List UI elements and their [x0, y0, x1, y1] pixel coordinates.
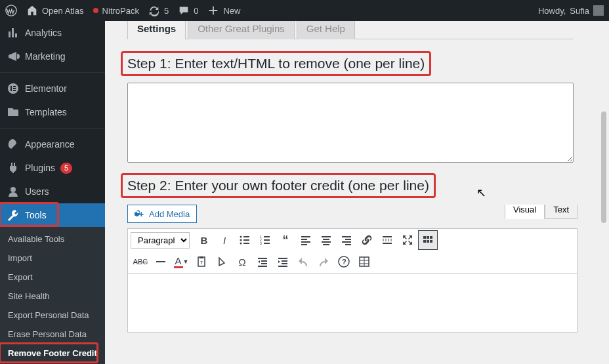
help-button[interactable]: ?	[334, 252, 354, 272]
svg-rect-20	[301, 239, 307, 240]
menu-templates-label: Templates	[25, 107, 67, 117]
editor-tab-text[interactable]: Text	[545, 205, 578, 219]
menu-elementor[interactable]: Elementor	[0, 72, 105, 100]
plugins-badge: 5	[60, 163, 72, 174]
menu-plugins-label: Plugins	[25, 163, 55, 173]
submenu-available-tools[interactable]: Available Tools	[0, 230, 105, 249]
editor-toolbar: Paragraph B I 123 “ ABC A ▼ T Ω ?	[127, 228, 578, 273]
bold-button[interactable]: B	[194, 230, 214, 250]
menu-marketing-label: Marketing	[25, 51, 65, 62]
link-button[interactable]	[357, 230, 377, 250]
undo-button[interactable]	[293, 252, 313, 272]
svg-rect-21	[301, 241, 310, 243]
menu-tools[interactable]: Tools	[0, 203, 105, 227]
howdy-prefix: Howdy,	[538, 6, 566, 16]
menu-analytics[interactable]: Analytics	[0, 21, 105, 45]
hr-button[interactable]	[151, 252, 171, 272]
align-right-button[interactable]	[337, 230, 356, 250]
paste-text-button[interactable]: T	[192, 252, 211, 272]
numbered-list-button[interactable]: 123	[255, 230, 275, 250]
svg-rect-18	[264, 243, 270, 244]
menu-templates[interactable]: Templates	[0, 100, 105, 124]
comments-count: 0	[194, 6, 198, 16]
svg-rect-40	[156, 261, 165, 262]
new-content[interactable]: New	[207, 5, 240, 16]
updates[interactable]: 5	[148, 5, 169, 16]
svg-rect-34	[423, 236, 426, 239]
wp-logo[interactable]	[5, 5, 17, 16]
editor-body[interactable]	[127, 273, 578, 333]
scrollbar[interactable]	[601, 111, 606, 223]
svg-rect-3	[13, 86, 16, 87]
submenu-export[interactable]: Export	[0, 268, 105, 287]
svg-rect-4	[13, 88, 16, 89]
submenu-remove-footer-credit[interactable]: Remove Footer Credit	[0, 344, 105, 363]
svg-rect-47	[258, 266, 267, 267]
comments[interactable]: 0	[178, 5, 198, 16]
svg-rect-22	[301, 244, 307, 245]
svg-point-9	[240, 239, 242, 241]
svg-point-11	[240, 243, 242, 245]
howdy[interactable]: Howdy, Sufia	[538, 5, 604, 16]
site-name[interactable]: Open Atlas	[26, 5, 84, 16]
svg-text:T: T	[200, 260, 203, 266]
toolbar-toggle-button[interactable]	[418, 230, 438, 250]
svg-rect-30	[345, 244, 351, 245]
submenu-site-health[interactable]: Site Health	[0, 287, 105, 306]
step1-textarea[interactable]	[127, 83, 574, 163]
svg-rect-48	[278, 258, 287, 259]
howdy-name: Sufia	[570, 6, 589, 16]
svg-rect-45	[261, 260, 267, 262]
blockquote-button[interactable]: “	[276, 230, 295, 250]
menu-analytics-label: Analytics	[25, 28, 62, 38]
special-char-button[interactable]: Ω	[232, 252, 252, 272]
svg-rect-12	[243, 243, 249, 244]
editor-tab-visual[interactable]: Visual	[505, 205, 545, 219]
admin-sidebar: Analytics Marketing Elementor Templates …	[0, 21, 105, 364]
menu-appearance[interactable]: Appearance	[0, 128, 105, 156]
insert-more-button[interactable]	[377, 230, 397, 250]
svg-rect-5	[13, 90, 16, 91]
align-left-button[interactable]	[296, 230, 316, 250]
menu-elementor-label: Elementor	[25, 83, 67, 94]
submenu-erase-pd[interactable]: Erase Personal Data	[0, 325, 105, 344]
nitropack[interactable]: NitroPack	[93, 6, 139, 16]
dot-icon	[93, 8, 98, 13]
step1-heading: Step 1: Enter text/HTML to remove (one p…	[122, 52, 430, 75]
menu-users[interactable]: Users	[0, 180, 105, 203]
indent-button[interactable]	[273, 252, 293, 272]
svg-rect-8	[243, 236, 249, 237]
format-select[interactable]: Paragraph	[131, 232, 190, 249]
fullscreen-button[interactable]	[398, 230, 417, 250]
italic-button[interactable]: I	[215, 230, 234, 250]
svg-text:3: 3	[260, 241, 262, 245]
submenu-import[interactable]: Import	[0, 249, 105, 268]
outdent-button[interactable]	[253, 252, 272, 272]
strikethrough-button[interactable]: ABC	[131, 252, 150, 272]
align-center-button[interactable]	[316, 230, 336, 250]
tab-get-help[interactable]: Get Help	[297, 21, 355, 39]
svg-rect-37	[423, 240, 426, 243]
avatar	[593, 5, 604, 16]
redo-button[interactable]	[314, 252, 333, 272]
svg-rect-35	[427, 236, 429, 239]
svg-point-6	[10, 187, 16, 192]
add-media-button[interactable]: Add Media	[127, 205, 197, 223]
tab-other-plugins[interactable]: Other Great Plugins	[188, 21, 295, 39]
add-media-label: Add Media	[149, 209, 190, 219]
svg-rect-32	[383, 239, 392, 241]
text-color-button[interactable]: A ▼	[171, 252, 191, 272]
clear-formatting-button[interactable]	[212, 252, 232, 272]
menu-plugins[interactable]: Plugins5	[0, 156, 105, 180]
svg-rect-51	[278, 266, 287, 267]
tab-nav: Settings Other Great Plugins Get Help	[127, 21, 584, 39]
tab-settings[interactable]: Settings	[127, 21, 186, 39]
table-button[interactable]	[354, 252, 374, 272]
svg-rect-25	[322, 241, 331, 243]
svg-rect-10	[243, 239, 249, 241]
svg-rect-33	[383, 243, 392, 244]
menu-marketing[interactable]: Marketing	[0, 45, 105, 68]
submenu-export-pd[interactable]: Export Personal Data	[0, 306, 105, 325]
bullet-list-button[interactable]	[235, 230, 255, 250]
svg-rect-46	[261, 263, 267, 264]
